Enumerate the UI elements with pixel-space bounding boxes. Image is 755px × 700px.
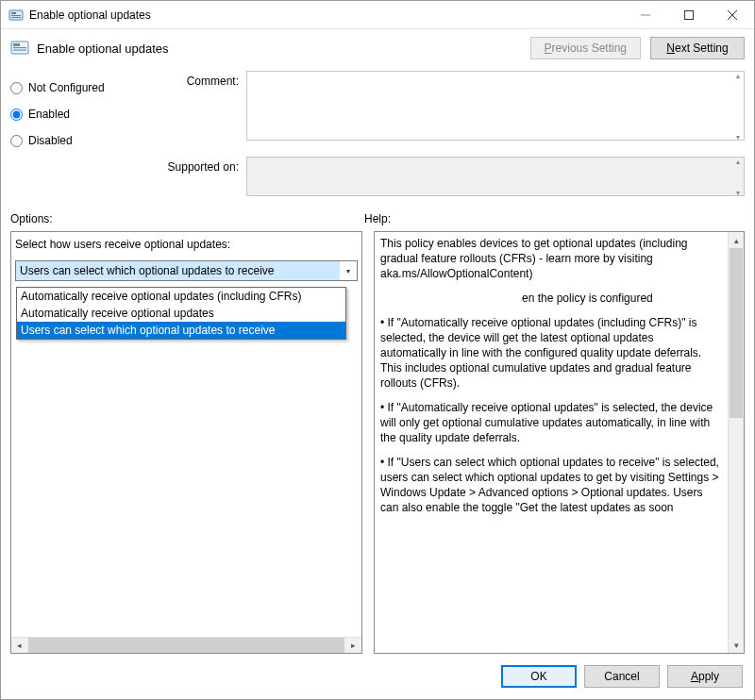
chevron-down-icon: ▾ (340, 261, 357, 280)
dropdown-item[interactable]: Automatically receive optional updates (17, 305, 345, 322)
scroll-right-icon[interactable]: ▸ (345, 638, 361, 653)
help-section-label: Help: (364, 212, 745, 225)
scroll-down-icon[interactable]: ▾ (729, 637, 744, 653)
options-section-label: Options: (10, 212, 364, 225)
help-text: This policy enables devices to get optio… (375, 232, 728, 653)
help-panel: This policy enables devices to get optio… (374, 231, 745, 654)
svg-rect-9 (13, 43, 20, 46)
supported-on-label: Supported on: (152, 157, 246, 199)
options-dropdown-list[interactable]: Automatically receive optional updates (… (16, 287, 346, 340)
apply-button[interactable]: Apply (667, 665, 743, 688)
options-panel: Select how users receive optional update… (10, 231, 362, 654)
svg-rect-1 (11, 12, 16, 14)
policy-icon (10, 39, 29, 58)
app-icon (8, 8, 24, 23)
options-horizontal-scrollbar[interactable]: ◂ ▸ (11, 637, 361, 653)
dropdown-selected-text: Users can select which optional updates … (16, 261, 340, 280)
ok-button[interactable]: OK (501, 665, 577, 688)
svg-rect-3 (11, 17, 21, 18)
policy-title: Enable optional updates (37, 42, 169, 56)
scroll-left-icon[interactable]: ◂ (11, 638, 27, 653)
cancel-button[interactable]: Cancel (584, 665, 660, 688)
radio-label: Enabled (28, 108, 70, 121)
comment-label: Comment: (152, 71, 246, 143)
scroll-up-icon[interactable]: ▴ (729, 232, 744, 248)
options-dropdown[interactable]: Users can select which optional updates … (15, 260, 358, 281)
radio-disabled[interactable]: Disabled (10, 127, 152, 154)
supported-on-textarea (246, 157, 745, 196)
dropdown-item[interactable]: Automatically receive optional updates (… (17, 288, 345, 305)
window-title: Enable optional updates (29, 8, 151, 22)
scroll-thumb[interactable] (28, 638, 344, 653)
close-button[interactable] (711, 1, 754, 28)
previous-setting-button: Previous Setting (530, 37, 641, 59)
help-vertical-scrollbar[interactable]: ▴ ▾ (728, 232, 744, 653)
options-dropdown-label: Select how users receive optional update… (11, 232, 361, 260)
radio-label: Disabled (28, 134, 73, 147)
svg-rect-10 (13, 47, 26, 48)
titlebar: Enable optional updates (1, 1, 754, 29)
minimize-button[interactable] (624, 1, 667, 28)
header-row: Enable optional updates Previous Setting… (1, 29, 754, 67)
svg-rect-2 (11, 15, 21, 16)
scroll-thumb[interactable] (730, 248, 743, 418)
state-radio-group: Not Configured Enabled Disabled (10, 71, 152, 199)
radio-enabled[interactable]: Enabled (10, 101, 152, 127)
maximize-button[interactable] (667, 1, 711, 28)
svg-rect-11 (13, 50, 26, 51)
radio-not-configured[interactable]: Not Configured (10, 75, 152, 101)
next-setting-button[interactable]: Next Setting (650, 37, 745, 59)
dropdown-item[interactable]: Users can select which optional updates … (17, 322, 345, 339)
radio-label: Not Configured (28, 81, 105, 94)
comment-textarea[interactable] (246, 71, 745, 141)
svg-rect-5 (685, 10, 694, 19)
dialog-footer: OK Cancel Apply (1, 654, 754, 699)
